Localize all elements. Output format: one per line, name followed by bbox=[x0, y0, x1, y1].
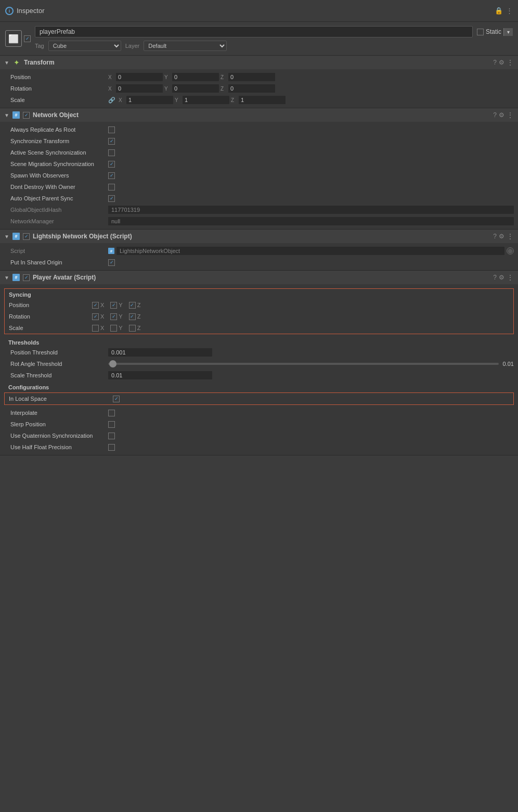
network-object-component: ▼ # Network Object ? ⚙ ⋮ Always Replicat… bbox=[0, 108, 518, 230]
transform-component: ▼ ✦ Transform ? ⚙ ⋮ Position X Y Z bbox=[0, 56, 518, 108]
layer-select[interactable]: Default bbox=[144, 41, 227, 51]
configurations-title: Configurations bbox=[4, 381, 514, 391]
lightship-body: Script # ◎ Put In Shared Origin bbox=[0, 243, 518, 270]
interpolate-checkbox[interactable] bbox=[108, 410, 115, 416]
lightship-header[interactable]: ▼ # Lightship Network Object (Script) ? … bbox=[0, 230, 518, 243]
sync-transform-row: Synchronize Transform bbox=[4, 135, 514, 147]
syncing-scale-label: Scale bbox=[9, 325, 92, 331]
static-checkbox[interactable] bbox=[477, 29, 484, 35]
syncing-section: Syncing Position X Y Z bbox=[4, 288, 514, 334]
scene-migration-checkbox[interactable] bbox=[108, 161, 115, 168]
rot-y-input[interactable] bbox=[172, 84, 219, 93]
avatar-more-icon[interactable]: ⋮ bbox=[507, 273, 514, 282]
transform-body: Position X Y Z Rotation X Y bbox=[0, 69, 518, 108]
pos-y-input[interactable] bbox=[172, 73, 219, 81]
lightship-enabled-checkbox[interactable] bbox=[23, 233, 30, 240]
dont-destroy-row: Dont Destroy With Owner bbox=[4, 181, 514, 193]
always-replicate-row: Always Replicate As Root bbox=[4, 124, 514, 135]
more-options-icon[interactable]: ⋮ bbox=[506, 7, 513, 15]
always-replicate-checkbox[interactable] bbox=[108, 126, 115, 133]
network-more-icon[interactable]: ⋮ bbox=[507, 111, 514, 119]
transform-more-icon[interactable]: ⋮ bbox=[507, 58, 514, 67]
rot-x-checkbox[interactable] bbox=[92, 313, 99, 320]
in-local-space-section: In Local Space bbox=[4, 392, 514, 405]
transform-scale-row: Scale 🔗 X Y Z bbox=[4, 94, 514, 106]
lightship-help-icon[interactable]: ? bbox=[493, 233, 497, 240]
avatar-enabled-checkbox[interactable] bbox=[23, 274, 30, 281]
pos-z-checkbox[interactable] bbox=[129, 302, 136, 309]
script-name-input[interactable] bbox=[116, 247, 504, 255]
scale-z-axis-label: Z bbox=[137, 325, 141, 331]
tag-select[interactable]: Cube bbox=[48, 41, 121, 51]
dont-destroy-checkbox[interactable] bbox=[108, 184, 115, 191]
scale-y-input[interactable] bbox=[183, 96, 229, 104]
lightship-collapse-arrow: ▼ bbox=[4, 234, 9, 239]
sync-transform-checkbox[interactable] bbox=[108, 138, 115, 145]
rot-y-checkbox[interactable] bbox=[110, 313, 117, 320]
inspector-title: Inspector bbox=[17, 7, 44, 15]
scale-x-checkbox[interactable] bbox=[92, 325, 99, 332]
rot-angle-slider-thumb[interactable] bbox=[109, 360, 116, 367]
tag-label: Tag bbox=[35, 43, 44, 49]
static-dropdown-arrow[interactable]: ▾ bbox=[503, 28, 513, 36]
put-shared-checkbox[interactable] bbox=[108, 259, 115, 266]
lightship-settings-icon[interactable]: ⚙ bbox=[499, 233, 504, 240]
transform-component-header[interactable]: ▼ ✦ Transform ? ⚙ ⋮ bbox=[0, 56, 518, 69]
scale-x-input[interactable] bbox=[126, 96, 173, 104]
pos-z-input[interactable] bbox=[228, 73, 275, 81]
syncing-rotation-xyz: X Y Z bbox=[92, 313, 140, 320]
thresholds-title: Thresholds bbox=[4, 336, 514, 347]
put-shared-row: Put In Shared Origin bbox=[4, 257, 514, 268]
pos-x-input[interactable] bbox=[116, 73, 163, 81]
spawn-observers-checkbox[interactable] bbox=[108, 172, 115, 179]
position-label: Position bbox=[4, 74, 108, 80]
active-scene-checkbox[interactable] bbox=[108, 149, 115, 156]
scale-z-input[interactable] bbox=[239, 96, 286, 104]
scale-z-label: Z bbox=[231, 97, 237, 103]
network-object-header[interactable]: ▼ # Network Object ? ⚙ ⋮ bbox=[0, 108, 518, 122]
network-help-icon[interactable]: ? bbox=[493, 111, 497, 119]
slerp-position-checkbox[interactable] bbox=[108, 421, 115, 428]
transform-collapse-arrow: ▼ bbox=[4, 60, 9, 66]
network-manager-input bbox=[108, 217, 514, 225]
player-avatar-header[interactable]: ▼ # Player Avatar (Script) ? ⚙ ⋮ bbox=[0, 271, 518, 284]
rot-x-axis-label: X bbox=[100, 313, 104, 320]
network-settings-icon[interactable]: ⚙ bbox=[499, 111, 504, 119]
layer-label: Layer bbox=[125, 43, 140, 49]
scale-threshold-input[interactable] bbox=[108, 371, 212, 379]
global-id-input bbox=[108, 206, 514, 214]
scale-z-checkbox[interactable] bbox=[129, 325, 136, 332]
rot-angle-value: 0.01 bbox=[503, 361, 514, 367]
avatar-settings-icon[interactable]: ⚙ bbox=[499, 274, 504, 281]
transform-position-row: Position X Y Z bbox=[4, 71, 514, 83]
rot-z-checkbox[interactable] bbox=[129, 313, 136, 320]
transform-settings-icon[interactable]: ⚙ bbox=[499, 59, 504, 66]
scale-y-checkbox[interactable] bbox=[110, 325, 117, 332]
lock-icon[interactable]: 🔒 bbox=[495, 7, 503, 15]
static-label: Static bbox=[486, 28, 501, 35]
in-local-space-checkbox[interactable] bbox=[113, 396, 120, 402]
use-quaternion-checkbox[interactable] bbox=[108, 433, 115, 439]
object-enabled-checkbox[interactable] bbox=[24, 35, 31, 42]
transform-help-icon[interactable]: ? bbox=[493, 59, 497, 66]
script-circle-btn[interactable]: ◎ bbox=[507, 247, 514, 255]
pos-threshold-input[interactable] bbox=[108, 348, 212, 357]
network-enabled-checkbox[interactable] bbox=[23, 112, 30, 119]
rot-x-input[interactable] bbox=[116, 84, 163, 93]
rot-z-input[interactable] bbox=[228, 84, 275, 93]
use-half-float-checkbox[interactable] bbox=[108, 444, 115, 451]
network-object-title: Network Object bbox=[33, 111, 79, 119]
lightship-more-icon[interactable]: ⋮ bbox=[507, 232, 514, 240]
player-avatar-title: Player Avatar (Script) bbox=[33, 274, 96, 281]
pos-y-checkbox[interactable] bbox=[110, 302, 117, 309]
pos-z-axis-label: Z bbox=[137, 302, 141, 308]
object-name-input[interactable] bbox=[35, 26, 473, 37]
auto-parent-checkbox[interactable] bbox=[108, 195, 115, 202]
syncing-rotation-label: Rotation bbox=[9, 313, 92, 320]
syncing-position-row: Position X Y Z bbox=[5, 299, 513, 311]
rot-angle-slider-track[interactable] bbox=[108, 363, 499, 365]
avatar-help-icon[interactable]: ? bbox=[493, 274, 497, 281]
use-quaternion-label: Use Quaternion Synchronization bbox=[4, 433, 108, 439]
pos-x-checkbox[interactable] bbox=[92, 302, 99, 309]
active-scene-row: Active Scene Synchronization bbox=[4, 147, 514, 158]
